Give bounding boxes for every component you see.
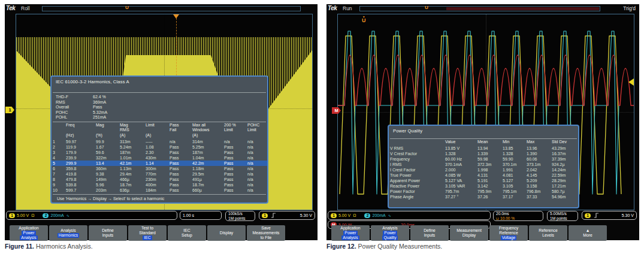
table-row[interactable]: 5299.913.442.1m1.14Pass42.2mPassn/a [52,161,268,166]
trigger-level-arrow-icon[interactable] [625,78,634,86]
softkey-label: Power [383,231,397,235]
softkey-label: Analysis [20,235,37,240]
table-row[interactable]: 4239.9322m1.01m430mPass1.04mPassn/a [52,155,268,161]
sample-rate: 100kS/s [228,211,243,216]
table-row[interactable]: 7419.89.3829.4m770mPass29.5mPassn/a [52,171,268,177]
table-row[interactable]: 6359.8360m1.13m300mPass1.18mPassn/a [52,166,268,171]
trigger-slope-icon [271,213,276,218]
softkey-button[interactable]: SaveMeasurementsto File [247,225,285,241]
column-header: Limit (A) [144,122,168,139]
softkey-button[interactable]: Display [207,225,246,241]
softkey-button[interactable]: Test toStandardIEC [128,225,167,241]
grid-center-horizontal [338,112,634,113]
softkey-button[interactable]: FrequencyReferenceVoltage [489,225,528,241]
table-row: V RMS13.85 V13.9413.8513.9643.29m [389,146,578,151]
softkey-label: Analysis [61,228,75,233]
ch2-badge-icon: 2 [43,213,49,218]
power-quality-table: ValueMeanMinMaxStd DevV RMS13.85 V13.941… [389,139,578,199]
softkey-button[interactable]: ▲More [569,225,607,241]
scope-header: Tek Roll U [5,4,318,13]
softkey-label: Measurements [253,231,280,235]
table-row: True Power4.085 W4.1314.0814.14522.59m [389,173,578,178]
softkey-label: IEC [183,228,190,233]
ch1-marker-label: 1 [8,107,11,113]
ch1-ground-marker[interactable]: 1 [5,107,14,113]
trigger-position-percent: 10.00 % [500,216,515,220]
graticule: ▼U Power Quality ValueMeanMinMaxStd DevV… [337,14,634,210]
trigger-position-tick-icon: U [125,5,129,10]
trigger-position-tick-icon: U [425,5,428,10]
trigger-readout-box: 1 5.30 V [582,211,637,220]
ch2-scale: 200mA [50,213,64,217]
softkey-label: ▲ [586,228,590,233]
dialog-title: IEC 61000-3-2 Harmonics, Class A [52,77,267,86]
column-header: Mean [476,139,501,146]
trigger-position-marker-icon: ▼U [362,16,366,23]
caption-text: Harmonics Analysis. [36,243,93,250]
table-row[interactable]: 8479.8149m466µ230mPass491µPassn/a [52,177,268,182]
softkey-button[interactable]: DefineInputs [410,225,449,241]
softkey-label: Reference [499,231,518,235]
trigger-slope-icon [594,213,598,218]
softkey-button[interactable]: AnalysisPowerQuality [371,225,409,241]
trigger-position-marker-icon [173,14,179,22]
softkey-button[interactable]: ReferenceLevels [529,225,567,241]
table-header-row: ValueMeanMinMaxStd Dev [389,139,578,146]
acquisition-window-segment [446,7,599,10]
channel-readout-box: 1 5.00 V Ω 2 200mA ∿ [6,211,177,220]
table-row: Reactive Power3.105 VAR3.1423.1053.15817… [389,183,578,189]
softkey-button[interactable]: ApplicationPowerAnalysis [10,225,48,241]
softkey-label: Power [343,231,357,235]
column-header: Freq (Hz) [65,122,95,139]
softkey-label: More [583,233,592,238]
softkey-button[interactable]: MeasurementDisplay [450,225,488,241]
softkey-label: Inputs [424,233,436,238]
column-header: Mag RMS (A) [119,122,144,139]
softkey-button[interactable]: AnalysisHarmonics [49,225,87,241]
summary-row: OverallPass [56,105,263,110]
bandwidth-icon: ∿ [388,213,391,217]
softkey-label: Measurement [456,228,482,233]
table-row[interactable]: 9539.85.9618.7m400mPass18.7mPassn/a [52,182,268,188]
caption-number: Figure 11. [5,243,34,250]
ch1-badge-icon: 1 [9,213,15,218]
softkey-menu: ApplicationPowerAnalysisAnalysisPowerQua… [331,225,639,241]
table-row: Frequency60.00 Hz59.9859.9060.0637.39m [389,156,578,162]
softkey-label: Application [19,226,38,231]
channel-readout-box: 1 5.00 V Ω 2 200mA ∿ [328,211,491,220]
softkey-button[interactable]: ApplicationPowerAnalysis [331,225,370,241]
summary-row: POHL251mA [56,115,263,120]
summary-row: RMS369mA [56,100,263,105]
scope-power-quality-panel: Tek Run Trig'd U ▼U Power Quality ValueM… [326,4,639,240]
trigger-status-label: Trig'd [623,5,636,11]
harmonics-summary: THD-F62.4 %RMS369mAOverallPassPOHC5.32mA… [52,93,267,122]
acquisition-bar: U [359,6,600,11]
softkey-label: Display [220,231,233,235]
softkey-label: Analysis [341,235,359,240]
figure-caption: Figure 12.Power Quality Measurements. [326,243,442,250]
bandwidth-icon: ∿ [66,213,69,217]
table-row[interactable]: 3179.959.6187m2.30Pass187mPassn/a [52,150,268,155]
table-row[interactable]: 159.9799.9313m-----n/a314mn/an/a [52,139,268,144]
softkey-button[interactable]: IECSetup [168,225,206,241]
table-row: I Crest Factor2.0001.9981.9912.04214.24m [389,167,578,173]
softkey-button[interactable]: DefineInputs [89,225,127,241]
table-row: Apparent Power5.127 VA5.1915.1275.20928.… [389,178,578,183]
harmonics-dialog: IEC 61000-3-2 Harmonics, Class A THD-F62… [50,75,268,204]
ch1-impedance: Ω [31,213,34,217]
record-length: 1M points [550,216,567,221]
scope-harmonics-panel: Tek Roll U IEC 61000-3-2 Harmonics, Clas… [5,4,318,240]
acquisition-bar: U [42,6,301,11]
figure-caption: Figure 11.Harmonics Analysis. [5,243,93,250]
holdoff-icon: ⊔ [496,216,499,220]
softkey-label: Define [424,228,436,233]
column-header: Min [501,139,525,146]
table-row[interactable]: 2119.91.675.24m1.08Pass5.25mPassn/a [52,144,268,150]
table-row[interactable]: 10599.7203m636µ184mPass660µPassn/a [52,188,268,193]
math-marker-label: M [334,108,338,113]
trigger-level: 5.30 V [300,213,312,217]
harmonics-table: Freq (Hz)Mag (%)Mag RMS (A)Limit (A)Pass… [52,122,268,193]
column-header: 200 % Limit [223,122,246,139]
horizontal-scale-box: 1.00 s [180,211,222,220]
column-header [389,139,444,146]
